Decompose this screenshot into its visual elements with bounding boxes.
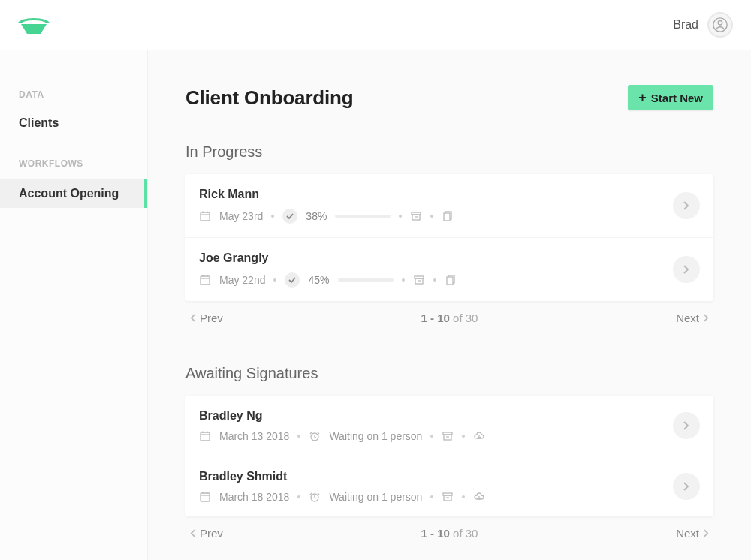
clock-icon <box>309 491 321 503</box>
svg-rect-28 <box>201 493 210 501</box>
svg-rect-2 <box>201 212 210 221</box>
date: March 18 2018 <box>219 491 289 503</box>
pagination-range: 1 - 10 of 30 <box>421 312 478 324</box>
separator-dot <box>271 215 274 218</box>
svg-rect-20 <box>201 432 210 441</box>
separator-dot <box>430 215 433 218</box>
avatar[interactable] <box>707 12 733 38</box>
list-item[interactable]: Joe Grangly May 22nd 45% <box>185 238 713 301</box>
svg-point-1 <box>718 21 722 26</box>
next-button[interactable]: Next <box>676 527 709 540</box>
svg-rect-19 <box>447 277 453 285</box>
check-icon <box>282 209 297 224</box>
list-item[interactable]: Bradley Shmidt March 18 2018 Waiting on … <box>185 456 713 516</box>
start-new-label: Start New <box>651 92 703 104</box>
client-name: Rick Mann <box>199 188 673 201</box>
progress-bar <box>335 215 391 218</box>
date: May 23rd <box>219 210 263 222</box>
separator-dot <box>430 495 433 498</box>
archive-icon <box>442 430 454 442</box>
sidebar-item-account-opening[interactable]: Account Opening <box>0 179 147 208</box>
document-icon <box>442 210 454 222</box>
calendar-icon <box>199 274 211 286</box>
calendar-icon <box>199 430 211 442</box>
separator-dot <box>433 278 436 282</box>
check-icon <box>285 272 300 288</box>
list-item[interactable]: Rick Mann May 23rd 38% <box>185 174 713 238</box>
separator-dot <box>430 435 433 438</box>
clock-icon <box>309 430 321 442</box>
separator-dot <box>402 278 405 282</box>
open-arrow-button[interactable] <box>673 412 700 439</box>
plus-icon: + <box>638 91 647 104</box>
prev-button[interactable]: Prev <box>190 312 223 324</box>
client-name: Bradley Ng <box>199 409 673 423</box>
separator-dot <box>273 278 276 282</box>
document-icon <box>445 274 457 286</box>
cloud-download-icon <box>473 430 485 442</box>
client-name: Bradley Shmidt <box>199 470 673 483</box>
status: Waiting on 1 person <box>329 430 422 442</box>
calendar-icon <box>199 210 211 222</box>
separator-dot <box>297 435 300 438</box>
svg-rect-11 <box>201 276 210 285</box>
archive-icon <box>410 210 422 222</box>
separator-dot <box>297 495 300 498</box>
page-title: Client Onboarding <box>185 86 353 110</box>
open-arrow-button[interactable] <box>673 256 700 283</box>
open-arrow-button[interactable] <box>673 473 700 500</box>
cloud-download-icon <box>473 491 485 503</box>
pagination-range: 1 - 10 of 30 <box>421 527 478 540</box>
archive-icon <box>413 274 425 286</box>
client-name: Joe Grangly <box>199 251 673 265</box>
section-title-in-progress: In Progress <box>185 143 713 161</box>
separator-dot <box>462 495 465 498</box>
start-new-button[interactable]: + Start New <box>628 85 713 110</box>
sidebar-section-data: DATA <box>0 89 147 110</box>
date: March 13 2018 <box>219 430 289 442</box>
section-title-awaiting: Awaiting Signatures <box>185 365 713 382</box>
svg-rect-10 <box>444 213 450 221</box>
percent: 38% <box>306 210 327 222</box>
open-arrow-button[interactable] <box>673 192 700 219</box>
next-button[interactable]: Next <box>676 312 709 324</box>
list-item[interactable]: Bradley Ng March 13 2018 Waiting on 1 pe… <box>185 396 713 456</box>
archive-icon <box>442 491 454 503</box>
sidebar-item-clients[interactable]: Clients <box>0 110 147 136</box>
separator-dot <box>399 215 402 218</box>
progress-bar <box>338 278 394 282</box>
separator-dot <box>462 435 465 438</box>
percent: 45% <box>308 274 329 286</box>
status: Waiting on 1 person <box>329 491 422 503</box>
logo <box>14 14 54 35</box>
calendar-icon <box>199 491 211 503</box>
date: May 22nd <box>219 274 265 286</box>
prev-button[interactable]: Prev <box>190 527 223 540</box>
user-name: Brad <box>673 18 698 32</box>
sidebar-section-workflows: WORKFLOWS <box>0 158 147 179</box>
